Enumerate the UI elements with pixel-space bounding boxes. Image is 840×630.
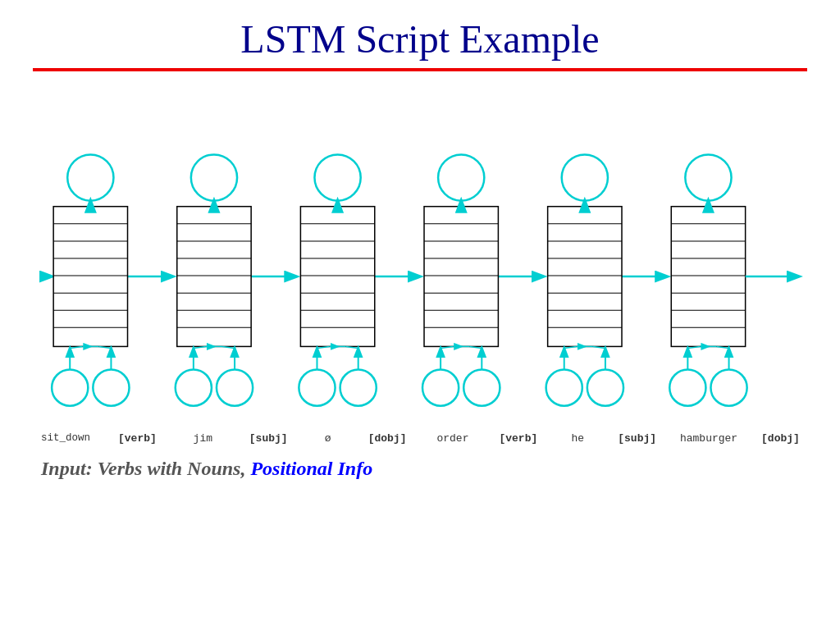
svg-point-35 [176,370,212,406]
svg-rect-25 [177,207,251,347]
svg-point-111 [669,370,705,406]
svg-rect-82 [548,207,622,347]
svg-point-92 [546,370,582,406]
lstm-cell-0 [52,154,129,405]
svg-point-16 [52,370,88,406]
lstm-diagram [25,88,815,441]
svg-rect-101 [671,207,745,347]
svg-point-73 [422,370,459,406]
bottom-text-highlight: Positional Info [245,458,372,479]
lstm-cell-4 [546,154,623,405]
lstm-cell-5 [669,154,746,405]
svg-point-55 [340,370,377,406]
svg-rect-63 [424,207,498,347]
lstm-cell-1 [176,154,253,405]
svg-point-93 [587,370,623,406]
diagram-area [25,88,815,441]
svg-point-52 [314,154,360,200]
svg-point-112 [710,370,746,406]
svg-point-90 [562,154,608,200]
bottom-text-prefix: Input: Verbs with Nouns, [41,458,245,479]
svg-point-71 [438,154,484,200]
svg-rect-6 [53,207,127,347]
svg-rect-44 [300,207,374,347]
svg-point-33 [191,154,237,200]
svg-point-17 [93,370,129,406]
red-divider [33,68,807,71]
page: LSTM Script Example [0,0,840,630]
svg-point-74 [463,370,500,406]
svg-point-36 [217,370,253,406]
lstm-cell-3 [422,154,500,405]
bottom-text: Input: Verbs with Nouns, Positional Info [25,458,815,480]
lstm-cell-2 [299,154,376,405]
page-title: LSTM Script Example [25,16,815,62]
svg-point-109 [685,154,731,200]
svg-point-54 [299,370,335,406]
svg-point-14 [67,154,113,200]
